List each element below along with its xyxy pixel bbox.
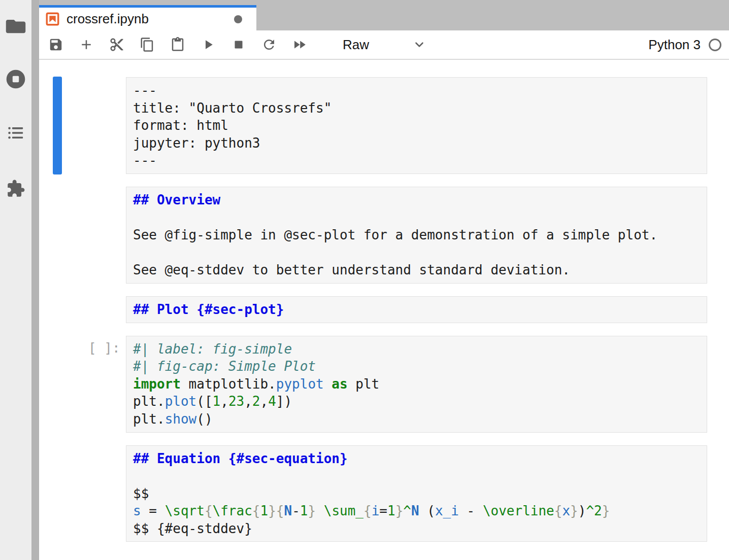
editor-line: ## Equation {#sec-equation} [133, 450, 700, 468]
execution-prompt: [ ]: [88, 340, 120, 356]
tab-bar: crossref.ipynb [39, 0, 729, 30]
editor-line: See @fig-simple in @sec-plot for a demon… [133, 226, 700, 244]
markdown-cell-editor[interactable]: ## Overview See @fig-simple in @sec-plot… [126, 187, 707, 284]
markdown-cell[interactable]: ## Equation {#sec-equation} $$s = \sqrt{… [126, 445, 707, 542]
sidebar-divider [31, 0, 39, 560]
editor-line: $$ {#eq-stddev} [133, 520, 700, 538]
chevron-down-icon [413, 38, 426, 51]
raw-cell-editor[interactable]: ---title: "Quarto Crossrefs"format: html… [126, 77, 707, 174]
insert-cell-button[interactable] [79, 37, 94, 52]
activity-sidebar [0, 0, 31, 560]
cut-cells-button[interactable] [109, 37, 124, 52]
editor-line: --- [133, 82, 700, 99]
notebook-content: ---title: "Quarto Crossrefs"format: html… [39, 60, 729, 542]
editor-line: $$ [133, 485, 700, 503]
run-cell-button[interactable] [201, 37, 216, 52]
tab-dirty-indicator[interactable] [234, 15, 242, 23]
interrupt-kernel-button[interactable] [231, 37, 246, 52]
editor-line: ## Plot {#sec-plot} [133, 301, 700, 319]
cell-type-value: Raw [343, 37, 369, 53]
kernel-name-button[interactable]: Python 3 [648, 37, 701, 53]
tab-title: crossref.ipynb [67, 11, 149, 27]
editor-line [133, 244, 700, 262]
main-panel: crossref.ipynb [39, 0, 729, 560]
editor-line: plt.plot([1,23,2,4]) [133, 393, 700, 410]
editor-line: #| fig-cap: Simple Plot [133, 358, 700, 375]
code-cell-editor[interactable]: #| label: fig-simple#| fig-cap: Simple P… [126, 336, 707, 433]
extension-manager-icon[interactable] [6, 179, 25, 200]
notebook-cells: ---title: "Quarto Crossrefs"format: html… [39, 77, 729, 542]
editor-line: jupyter: python3 [133, 134, 700, 152]
kernel-status-icon [709, 39, 721, 51]
kernel-indicator: Python 3 [648, 37, 729, 53]
editor-line [133, 209, 700, 227]
editor-line: s = \sqrt{\frac{1}{N-1} \sum_{i=1}^N (x_… [133, 502, 700, 520]
editor-line: import matplotlib.pyplot as plt [133, 375, 700, 393]
editor-line [133, 467, 700, 485]
run-all-cells-button[interactable] [292, 37, 307, 52]
tab-crossref-ipynb[interactable]: crossref.ipynb [39, 5, 256, 30]
restart-kernel-button[interactable] [261, 37, 277, 52]
editor-line: title: "Quarto Crossrefs" [133, 99, 700, 117]
cell-type-dropdown[interactable]: Raw [322, 37, 426, 53]
running-kernels-icon[interactable] [5, 68, 27, 92]
copy-cells-button[interactable] [140, 37, 155, 52]
editor-line: See @eq-stddev to better understand stan… [133, 261, 700, 279]
code-cell[interactable]: [ ]:#| label: fig-simple#| fig-cap: Simp… [126, 336, 707, 433]
editor-line: --- [133, 152, 700, 169]
paste-cells-button[interactable] [170, 37, 185, 52]
selected-cell-collapser[interactable] [53, 77, 62, 174]
file-browser-icon[interactable] [5, 19, 26, 36]
markdown-cell-editor[interactable]: ## Equation {#sec-equation} $$s = \sqrt{… [126, 445, 707, 542]
editor-line: format: html [133, 117, 700, 134]
notebook-toolbar: Raw Python 3 [39, 30, 729, 60]
notebook-file-icon [46, 12, 59, 26]
editor-line: ## Overview [133, 191, 700, 209]
markdown-cell-editor[interactable]: ## Plot {#sec-plot} [126, 296, 707, 323]
raw-cell[interactable]: ---title: "Quarto Crossrefs"format: html… [126, 77, 707, 174]
markdown-cell[interactable]: ## Overview See @fig-simple in @sec-plot… [126, 187, 707, 284]
editor-line: plt.show() [133, 410, 700, 428]
save-button[interactable] [48, 37, 63, 52]
editor-line: #| label: fig-simple [133, 340, 700, 358]
table-of-contents-icon[interactable] [7, 125, 24, 143]
markdown-cell[interactable]: ## Plot {#sec-plot} [126, 296, 707, 323]
